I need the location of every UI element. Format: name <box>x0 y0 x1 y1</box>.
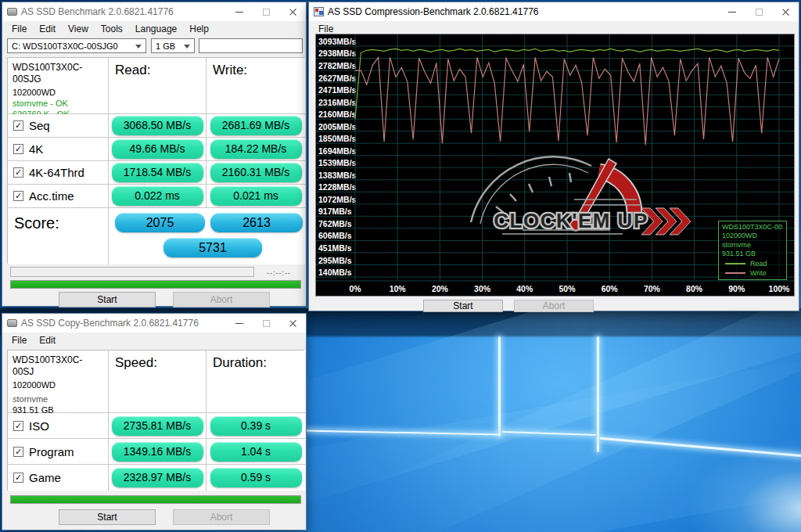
legend-series: ReadWrite <box>722 260 783 277</box>
svg-text:60%: 60% <box>602 284 619 293</box>
benchmark-titlebar[interactable]: AS SSD Benchmark 2.0.6821.41776 <box>2 2 306 21</box>
score-total-value: 5731 <box>163 238 262 257</box>
row-label-text: Game <box>29 471 61 484</box>
iso-speed-cell: 2735.81 MB/s <box>109 413 207 439</box>
maximize-button[interactable] <box>253 314 279 332</box>
acctime-checkbox[interactable] <box>13 191 23 201</box>
row-iso-label: ISO <box>8 413 109 439</box>
svg-text:451MB/s: 451MB/s <box>318 243 352 253</box>
legend-series-name: Write <box>750 269 767 277</box>
drive-driver: stornvme <box>13 394 103 405</box>
start-button[interactable]: Start <box>59 292 156 307</box>
overall-progress-bar <box>10 495 301 504</box>
minimize-button[interactable] <box>226 314 253 332</box>
maximize-button[interactable] <box>745 2 772 21</box>
menu-file[interactable]: File <box>5 333 33 347</box>
abort-button[interactable]: Abort <box>173 292 270 307</box>
abort-button[interactable]: Abort <box>173 509 270 525</box>
start-button[interactable]: Start <box>59 509 156 525</box>
minimize-button[interactable] <box>226 2 253 21</box>
menu-edit[interactable]: Edit <box>33 22 62 36</box>
row-acctime-label: Acc.time <box>8 185 109 208</box>
svg-text:20%: 20% <box>432 284 449 293</box>
acctime-write-value: 0.021 ms <box>210 186 302 206</box>
drive-info-cell: WDS100T3X0C-00SJ 102000WD stornvme 931.5… <box>8 350 109 413</box>
4k-write-value: 184.22 MB/s <box>210 139 302 159</box>
test-size-combo[interactable]: 1 GB <box>151 38 195 53</box>
chevron-down-icon <box>184 45 190 49</box>
legend-entry: Write <box>722 269 783 277</box>
maximize-icon <box>263 320 270 327</box>
drive-select-combo[interactable]: C: WDS100T3X0C-00SJG0 <box>7 38 146 53</box>
start-button[interactable]: Start <box>423 300 503 312</box>
svg-text:2005MB/s: 2005MB/s <box>318 122 357 131</box>
read-column-header: Read: <box>109 58 207 114</box>
game-duration-cell: 0.59 s <box>207 465 305 491</box>
legend-line-swatch <box>725 263 745 264</box>
iso-duration-value: 0.39 s <box>210 416 302 436</box>
legend-capacity: 931.51 GB <box>722 250 783 258</box>
test-size-value: 1 GB <box>156 41 175 51</box>
drive-app-icon <box>7 8 17 16</box>
menu-language[interactable]: Language <box>129 22 183 36</box>
4k-write-cell: 184.22 MB/s <box>207 138 305 161</box>
svg-text:762MB/s: 762MB/s <box>318 219 352 228</box>
menu-edit[interactable]: Edit <box>33 333 62 347</box>
drive-model: WDS100T3X0C-00SJ <box>13 354 103 378</box>
svg-text:606MB/s: 606MB/s <box>318 231 352 240</box>
4k64-write-value: 2160.31 MB/s <box>210 163 302 182</box>
svg-text:1539MB/s: 1539MB/s <box>318 158 357 167</box>
compression-titlebar[interactable]: AS SSD Compression-Benchmark 2.0.6821.41… <box>309 2 799 21</box>
svg-text:2316MB/s: 2316MB/s <box>318 98 357 107</box>
4k-read-cell: 49.66 MB/s <box>109 138 207 161</box>
drive-driver-status: stornvme - OK <box>13 99 103 110</box>
row-label-text: Program <box>29 445 74 458</box>
drive-firmware: 102000WD <box>13 88 103 99</box>
time-progress-bar <box>10 267 254 277</box>
copy-table: WDS100T3X0C-00SJ 102000WD stornvme 931.5… <box>7 350 304 491</box>
score-write-value: 2613 <box>210 213 303 232</box>
close-button[interactable] <box>279 2 306 21</box>
svg-text:90%: 90% <box>728 284 745 293</box>
row-4k64-label: 4K-64Thrd <box>8 161 109 185</box>
svg-text:30%: 30% <box>474 284 491 293</box>
close-button[interactable] <box>772 2 799 21</box>
svg-text:3093MB/s: 3093MB/s <box>318 37 357 46</box>
game-checkbox[interactable] <box>13 473 23 483</box>
program-checkbox[interactable] <box>13 447 23 457</box>
close-button[interactable] <box>279 314 306 332</box>
minimize-button[interactable] <box>719 2 745 21</box>
svg-text:2160MB/s: 2160MB/s <box>318 110 357 119</box>
abort-button[interactable]: Abort <box>514 300 594 312</box>
program-duration-cell: 1.04 s <box>207 439 305 465</box>
svg-text:917MB/s: 917MB/s <box>318 207 352 216</box>
svg-text:2627MB/s: 2627MB/s <box>318 74 357 83</box>
empty-textbox[interactable] <box>199 38 303 53</box>
legend-series-name: Read <box>750 260 767 268</box>
copy-titlebar[interactable]: AS SSD Copy-Benchmark 2.0.6821.41776 <box>2 314 306 332</box>
svg-text:1694MB/s: 1694MB/s <box>318 146 357 156</box>
chevron-down-icon <box>135 45 142 49</box>
drive-info-cell: WDS100T3X0C-00SJG 102000WD stornvme - OK… <box>8 58 109 114</box>
chart-legend: WDS100T3X0C-00S 102000WD stornvme 931.51… <box>718 221 787 280</box>
menu-file[interactable]: File <box>5 22 33 36</box>
menu-view[interactable]: View <box>62 22 95 36</box>
menu-help[interactable]: Help <box>183 22 215 36</box>
iso-checkbox[interactable] <box>13 421 23 431</box>
svg-text:2471MB/s: 2471MB/s <box>318 85 357 95</box>
minimize-icon <box>235 323 243 324</box>
4k64-write-cell: 2160.31 MB/s <box>207 161 305 185</box>
4k-read-value: 49.66 MB/s <box>112 139 203 159</box>
maximize-button[interactable] <box>253 2 279 21</box>
row-label-text: Seq <box>29 119 50 132</box>
svg-text:1850MB/s: 1850MB/s <box>318 134 357 143</box>
close-icon <box>289 319 297 328</box>
seq-checkbox[interactable] <box>13 120 23 131</box>
svg-text:2782MB/s: 2782MB/s <box>318 61 357 70</box>
form-app-icon <box>314 7 324 16</box>
4k64-checkbox[interactable] <box>13 167 23 178</box>
program-speed-value: 1349.16 MB/s <box>112 442 203 462</box>
svg-text:80%: 80% <box>686 284 703 293</box>
4k-checkbox[interactable] <box>13 144 23 154</box>
menu-tools[interactable]: Tools <box>95 22 129 36</box>
